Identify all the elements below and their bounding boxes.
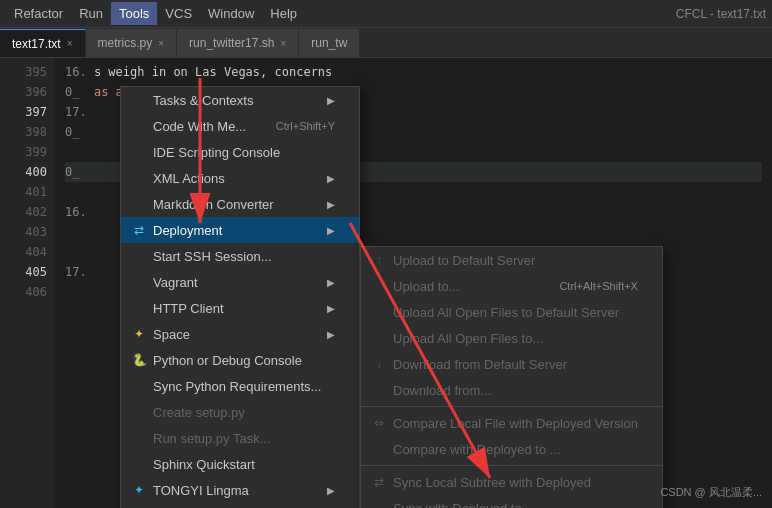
menu-tongyi[interactable]: ✦ TONGYI Lingma ▶: [121, 477, 359, 503]
line-num-401: 401: [0, 182, 47, 202]
upload-all-to-icon: [371, 330, 387, 346]
line-num-402: 402: [0, 202, 47, 222]
menu-python-console[interactable]: 🐍 Python or Debug Console: [121, 347, 359, 373]
tab-close[interactable]: ×: [280, 38, 286, 49]
menu-upload-all-default: Upload All Open Files to Default Server: [361, 299, 662, 325]
menu-sync-python[interactable]: Sync Python Requirements...: [121, 373, 359, 399]
menu-label: Code With Me...: [153, 119, 246, 134]
tasks-icon: [131, 92, 147, 108]
line-numbers: 395 396 397 398 399 400 401 402 403 404 …: [0, 58, 55, 508]
menu-run-setup: Run setup.py Task...: [121, 425, 359, 451]
setup-icon: [131, 404, 147, 420]
code-text-395: s weigh in on Las Vegas, concerns: [94, 62, 332, 82]
menu-label: Tasks & Contexts: [153, 93, 253, 108]
menu-compare-deployed: Compare with Deployed to ...: [361, 436, 662, 462]
menu-upload-to: Upload to... Ctrl+Alt+Shift+X: [361, 273, 662, 299]
tools-dropdown-menu[interactable]: Tasks & Contexts ▶ Code With Me... Ctrl+…: [120, 86, 360, 508]
menu-markdown[interactable]: Markdown Converter ▶: [121, 191, 359, 217]
line-num-397: 397: [0, 102, 47, 122]
menu-sync-local: ⇄ Sync Local Subtree with Deployed: [361, 469, 662, 495]
editor-area: 395 396 397 398 399 400 401 402 403 404 …: [0, 58, 772, 508]
markdown-icon: [131, 196, 147, 212]
line-num-404: 404: [0, 242, 47, 262]
menu-label: Download from...: [393, 383, 491, 398]
watermark: CSDN @ 风北温柔...: [660, 485, 762, 500]
separator-2: [361, 465, 662, 466]
menu-label: Deployment: [153, 223, 222, 238]
menu-window[interactable]: Window: [200, 2, 262, 25]
menu-label: Create setup.py: [153, 405, 245, 420]
menu-compare-local: ⇔ Compare Local File with Deployed Versi…: [361, 410, 662, 436]
code-with-me-icon: [131, 118, 147, 134]
menu-ssh[interactable]: Start SSH Session...: [121, 243, 359, 269]
menu-upload-all-to: Upload All Open Files to...: [361, 325, 662, 351]
menu-xml-actions[interactable]: XML Actions ▶: [121, 165, 359, 191]
window-title: CFCL - text17.txt: [676, 7, 766, 21]
tab-close[interactable]: ×: [158, 38, 164, 49]
ssh-icon: [131, 248, 147, 264]
tab-run-tw[interactable]: run_tw: [299, 29, 360, 57]
deployment-icon: ⇄: [131, 222, 147, 238]
code-line-395: 16. s weigh in on Las Vegas, concerns: [65, 62, 762, 82]
menu-label: IDE Scripting Console: [153, 145, 280, 160]
menu-label: HTTP Client: [153, 301, 224, 316]
sync-deployed-icon: [371, 500, 387, 508]
tab-label: metrics.py: [98, 36, 153, 50]
arrow-icon: ▶: [327, 303, 335, 314]
menu-code-with-me[interactable]: Code With Me... Ctrl+Shift+Y: [121, 113, 359, 139]
shortcut-label: Ctrl+Shift+Y: [276, 120, 335, 132]
menu-label: Python or Debug Console: [153, 353, 302, 368]
menu-ide-scripting[interactable]: IDE Scripting Console: [121, 139, 359, 165]
menu-vcs[interactable]: VCS: [157, 2, 200, 25]
line-num-406: 406: [0, 282, 47, 302]
menu-help[interactable]: Help: [262, 2, 305, 25]
tab-label: text17.txt: [12, 37, 61, 51]
menu-deployment[interactable]: ⇄ Deployment ▶: [121, 217, 359, 243]
menu-tools[interactable]: Tools: [111, 2, 157, 25]
menu-label: Markdown Converter: [153, 197, 274, 212]
http-icon: [131, 300, 147, 316]
menu-label: Upload to Default Server: [393, 253, 535, 268]
arrow-icon: ▶: [327, 225, 335, 236]
menu-google-app[interactable]: Google App Engine ▶: [121, 503, 359, 508]
line-num-400: 400: [0, 162, 47, 182]
menu-label: Start SSH Session...: [153, 249, 272, 264]
menu-space[interactable]: ✦ Space ▶: [121, 321, 359, 347]
menu-label: Space: [153, 327, 190, 342]
menu-label: Run setup.py Task...: [153, 431, 271, 446]
deployment-submenu[interactable]: ↑ Upload to Default Server Upload to... …: [360, 246, 663, 508]
menu-vagrant[interactable]: Vagrant ▶: [121, 269, 359, 295]
xml-icon: [131, 170, 147, 186]
arrow-icon: ▶: [327, 329, 335, 340]
menu-tasks-contexts[interactable]: Tasks & Contexts ▶: [121, 87, 359, 113]
arrow-icon: ▶: [327, 173, 335, 184]
tab-bar: text17.txt × metrics.py × run_twitter17.…: [0, 28, 772, 58]
vagrant-icon: [131, 274, 147, 290]
menu-download-from: Download from...: [361, 377, 662, 403]
menu-create-setup: Create setup.py: [121, 399, 359, 425]
tab-run-twitter[interactable]: run_twitter17.sh ×: [177, 29, 299, 57]
tab-label: run_tw: [311, 36, 347, 50]
menu-label: Upload All Open Files to Default Server: [393, 305, 619, 320]
run-setup-icon: [131, 430, 147, 446]
space-icon: ✦: [131, 326, 147, 342]
menu-sphinx[interactable]: Sphinx Quickstart: [121, 451, 359, 477]
download-from-icon: [371, 382, 387, 398]
menu-download-default: ↓ Download from Default Server: [361, 351, 662, 377]
arrow-icon: ▶: [327, 277, 335, 288]
tab-close[interactable]: ×: [67, 38, 73, 49]
menu-label: Sphinx Quickstart: [153, 457, 255, 472]
tab-metrics[interactable]: metrics.py ×: [86, 29, 178, 57]
compare-deployed-icon: [371, 441, 387, 457]
menu-run[interactable]: Run: [71, 2, 111, 25]
tab-text17[interactable]: text17.txt ×: [0, 29, 86, 57]
download-icon: ↓: [371, 356, 387, 372]
upload-icon: ↑: [371, 252, 387, 268]
arrow-icon: ▶: [327, 485, 335, 496]
menu-label: Vagrant: [153, 275, 198, 290]
menu-refactor[interactable]: Refactor: [6, 2, 71, 25]
menu-label: XML Actions: [153, 171, 225, 186]
menu-http-client[interactable]: HTTP Client ▶: [121, 295, 359, 321]
upload-to-icon: [371, 278, 387, 294]
menu-label: Sync Local Subtree with Deployed: [393, 475, 591, 490]
